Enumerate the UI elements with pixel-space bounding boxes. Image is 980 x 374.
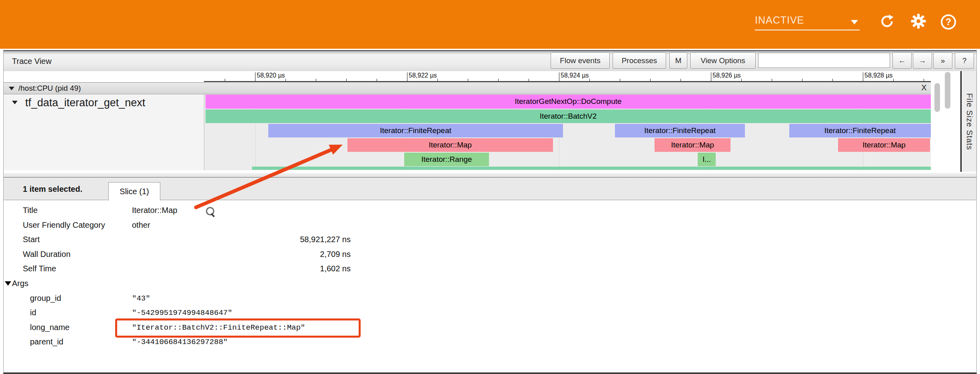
- trace-slice-iterator-finiterepeat[interactable]: Iterator::FiniteRepeat: [789, 124, 931, 137]
- scrollbar-thumb[interactable]: [934, 83, 940, 112]
- toolbar-button-processes[interactable]: Processes: [613, 52, 666, 69]
- search-icon[interactable]: [206, 207, 214, 215]
- trace-toolbar: Trace View Flow eventsProcessesMView Opt…: [4, 50, 976, 71]
- detail-value: 1,602 ns: [132, 264, 351, 273]
- collapse-triangle-icon[interactable]: [12, 101, 18, 104]
- track-label: tf_data_iterator_get_next: [25, 97, 145, 109]
- ruler-minor-tick: [437, 79, 438, 82]
- detail-value: 58,921,227 ns: [132, 235, 351, 244]
- process-header-row[interactable]: /host:CPU (pid 49) X: [4, 82, 976, 94]
- ruler-minor-tick: [620, 79, 620, 82]
- ruler-minor-tick: [316, 79, 316, 82]
- arg-value: "Iterator::BatchV2::FiniteRepeat::Map": [132, 323, 305, 332]
- ruler-minor-tick: [346, 79, 347, 82]
- trace-slice-iterator-map[interactable]: Iterator::Map: [838, 138, 930, 152]
- ruler-minor-tick: [468, 79, 468, 82]
- tab-file-size-stats[interactable]: File Size Stats: [960, 71, 977, 172]
- slice-label: Iterator::Range: [421, 155, 472, 163]
- detail-row: Start58,921,227 ns: [4, 233, 976, 248]
- time-ruler: 58,920 µs58,922 µs58,924 µs58,926 µs58,9…: [4, 71, 976, 82]
- page: INACTIVE ? Trace View Flow: [0, 0, 980, 374]
- detail-label: Title: [23, 206, 38, 215]
- arg-name: parent_id: [30, 337, 63, 346]
- ruler-tick-label: 58,922 µs: [409, 72, 437, 79]
- timeline-canvas[interactable]: IteratorGetNextOp::DoComputeIterator::Ba…: [204, 94, 931, 170]
- gear-icon[interactable]: [910, 13, 926, 29]
- detail-value: 2,709 ns: [132, 250, 351, 259]
- ruler-minor-tick: [924, 79, 924, 82]
- ruler-minor-tick: [589, 79, 590, 82]
- detail-value: Iterator::Map: [132, 206, 177, 215]
- ruler-minor-tick: [772, 79, 772, 82]
- ruler-minor-tick: [377, 79, 377, 82]
- panel-splitter[interactable]: [4, 173, 976, 178]
- collapse-triangle-icon[interactable]: [9, 87, 14, 90]
- slice-label: Iterator::Map: [862, 141, 906, 149]
- nav-button-help[interactable]: ?: [955, 52, 974, 69]
- detail-label: Self Time: [23, 264, 56, 273]
- ruler-major-tick: [407, 72, 407, 82]
- toolbar-button-flow-events[interactable]: Flow events: [551, 52, 610, 69]
- arg-row-id: id"-5429951974994848647": [4, 306, 976, 321]
- ruler-minor-tick: [285, 79, 286, 82]
- trace-slice-iterator-map[interactable]: Iterator::Map: [347, 138, 553, 152]
- args-header-row[interactable]: Args: [4, 277, 976, 292]
- tab-slice[interactable]: Slice (1): [108, 182, 160, 201]
- ruler-minor-tick: [893, 79, 894, 82]
- caret-down-icon: [851, 20, 858, 24]
- arg-value: "43": [132, 294, 150, 303]
- scrollbar-thumb[interactable]: [945, 72, 950, 109]
- slice-label: I...: [703, 155, 711, 163]
- expand-triangle-icon[interactable]: [5, 281, 11, 286]
- refresh-icon[interactable]: [880, 14, 894, 29]
- slice-label: Iterator::Map: [671, 141, 714, 149]
- trace-slice-iteratorgetnextop-docompute[interactable]: IteratorGetNextOp::DoCompute: [206, 95, 931, 109]
- trace-slice-iterator-finiterepeat[interactable]: Iterator::FiniteRepeat: [615, 124, 745, 137]
- track-label-panel: tf_data_iterator_get_next: [4, 94, 204, 170]
- slice-label: Iterator::FiniteRepeat: [644, 126, 715, 135]
- ruler-minor-tick: [650, 79, 651, 82]
- arg-row-parent_id: parent_id"-344106684136297288": [4, 335, 976, 350]
- detail-row: User Friendly Categoryother: [4, 219, 976, 233]
- help-icon[interactable]: ?: [941, 14, 956, 30]
- track-area: tf_data_iterator_get_next IteratorGetNex…: [4, 94, 976, 170]
- right-gutter: [931, 71, 960, 170]
- detail-row: Wall Duration2,709 ns: [4, 248, 976, 263]
- toolbar-button-m[interactable]: M: [669, 52, 687, 69]
- trace-slice-iterator-batchv2[interactable]: Iterator::BatchV2: [206, 109, 931, 123]
- ruler-major-tick: [559, 72, 559, 82]
- detail-value: other: [132, 221, 150, 230]
- trace-slice-partial[interactable]: [252, 167, 931, 170]
- nav-button-more[interactable]: »: [933, 52, 952, 69]
- ruler-major-tick: [711, 72, 711, 82]
- ruler-baseline: [204, 81, 932, 82]
- trace-slice-iterator-map[interactable]: Iterator::Map: [655, 138, 731, 152]
- arg-name: long_name: [30, 323, 70, 332]
- ruler-minor-tick: [498, 79, 499, 82]
- detail-row: TitleIterator::Map: [4, 204, 976, 219]
- file-size-stats-label: File Size Stats: [965, 93, 974, 150]
- nav-button-back[interactable]: ←: [892, 52, 912, 69]
- trace-slice-i[interactable]: I...: [698, 153, 716, 166]
- trace-slice-iterator-finiterepeat[interactable]: Iterator::FiniteRepeat: [268, 124, 563, 137]
- arg-value: "-344106684136297288": [132, 338, 228, 346]
- slice-label: IteratorGetNextOp::DoCompute: [515, 97, 621, 105]
- detail-row: Self Time1,602 ns: [4, 262, 976, 277]
- arg-name: id: [30, 308, 36, 317]
- slice-label: Iterator::FiniteRepeat: [380, 126, 451, 135]
- close-button[interactable]: X: [918, 83, 930, 94]
- detail-label: Start: [23, 235, 40, 244]
- nav-button-forward[interactable]: →: [913, 52, 932, 69]
- status-dropdown[interactable]: INACTIVE: [755, 14, 860, 30]
- ruler-tick-label: 58,926 µs: [713, 72, 741, 79]
- detail-label: Wall Duration: [23, 250, 70, 259]
- details-header: 1 item selected. Slice (1): [4, 178, 976, 200]
- search-input[interactable]: [758, 53, 890, 68]
- ruler-major-tick: [255, 72, 255, 82]
- trace-slice-iterator-range[interactable]: Iterator::Range: [404, 153, 489, 166]
- arg-value: "-5429951974994848647": [132, 308, 232, 317]
- slice-label: Iterator::Map: [429, 141, 472, 149]
- slice-label: Iterator::FiniteRepeat: [824, 126, 896, 135]
- details-body: TitleIterator::MapUser Friendly Category…: [4, 200, 976, 372]
- toolbar-button-view-options[interactable]: View Options: [690, 52, 756, 69]
